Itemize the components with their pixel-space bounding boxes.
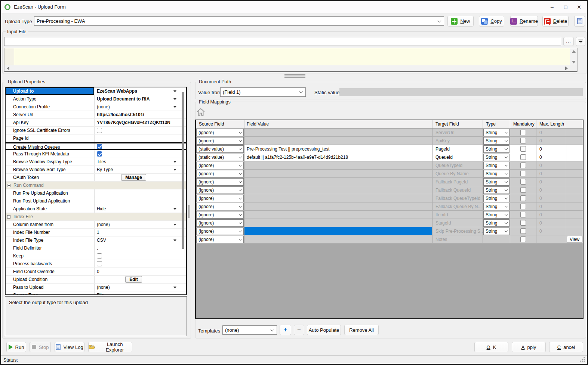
launch-explorer-button[interactable]: Launch Explorer: [88, 342, 132, 352]
mapping-row-stageid[interactable]: (ignore)StageIdString0: [196, 219, 583, 227]
source-field-select[interactable]: (ignore): [196, 129, 244, 136]
field-value-cell[interactable]: [244, 161, 432, 169]
field-value-cell[interactable]: [244, 219, 432, 227]
input-file-field[interactable]: [4, 37, 561, 46]
type-select[interactable]: String: [483, 219, 510, 227]
mapping-row-queue-by-name[interactable]: (ignore)Queue By NameString0: [196, 170, 583, 178]
mandatory-checkbox[interactable]: [520, 163, 526, 168]
mandatory-checkbox[interactable]: [520, 195, 526, 201]
field-value-cell[interactable]: Pre-Processing Test || preprocessing_tes…: [244, 145, 432, 153]
property-row-process-backwards[interactable]: Process backwards: [6, 260, 186, 268]
property-row-field-count-override[interactable]: Field Count Override0: [6, 268, 186, 276]
field-value-cell[interactable]: [244, 235, 432, 243]
property-row-oauth-token[interactable]: OAuth TokenManage: [6, 174, 186, 182]
mandatory-checkbox[interactable]: [520, 179, 526, 185]
mandatory-checkbox[interactable]: [520, 154, 526, 160]
property-row-keep[interactable]: Keep: [6, 252, 186, 260]
mandatory-checkbox[interactable]: [520, 187, 526, 193]
property-row-pass-to-upload[interactable]: Pass to Upload(none): [6, 284, 186, 291]
dropdown-arrow-icon[interactable]: [173, 208, 176, 210]
templates-select[interactable]: (none): [222, 325, 277, 335]
field-value-cell[interactable]: [244, 186, 432, 194]
source-field-select[interactable]: (ignore): [196, 211, 244, 219]
type-select[interactable]: String: [483, 178, 510, 186]
property-row-index-file-number[interactable]: Index File Number1: [6, 229, 186, 236]
scroll-up-icon[interactable]: [572, 50, 576, 53]
mapping-row-skip-pre-processing-s[interactable]: (ignore)Skip Pre-Processing S...String0: [196, 227, 583, 235]
vertical-scrollbar[interactable]: [570, 48, 577, 65]
mapping-row-pageid[interactable]: (static value)Pre-Processing Test || pre…: [196, 145, 583, 153]
mandatory-checkbox[interactable]: [520, 171, 526, 176]
apply-button[interactable]: Apply: [512, 342, 546, 352]
field-value-cell[interactable]: [244, 170, 432, 177]
dropdown-arrow-icon[interactable]: [173, 169, 176, 171]
field-value-cell[interactable]: [244, 211, 432, 219]
property-row-api-key[interactable]: Api KeyYVT867KqvQcHGvxF42TZQKtt13Nza...: [6, 119, 186, 127]
property-row-field-delimiter[interactable]: Field Delimiter,: [6, 244, 186, 252]
dropdown-arrow-icon[interactable]: [173, 161, 176, 163]
home-icon[interactable]: [196, 107, 206, 117]
source-field-select[interactable]: (ignore): [196, 195, 244, 202]
field-value-cell[interactable]: [244, 178, 432, 186]
mandatory-checkbox[interactable]: [520, 212, 526, 217]
auto-populate-button[interactable]: Auto Populate: [307, 325, 341, 335]
mapping-row-fallback-queueid[interactable]: (ignore)Fallback QueueIdString0: [196, 186, 583, 194]
type-select[interactable]: String: [483, 186, 510, 194]
property-row-pass-through-kfi-metadata[interactable]: Pass Through KFI Metadata: [6, 150, 186, 158]
type-select[interactable]: String: [483, 228, 510, 235]
field-value-cell[interactable]: [244, 137, 432, 145]
resize-grip[interactable]: [580, 356, 585, 362]
mapping-row-apikey[interactable]: (ignore)ApiKeyString0: [196, 137, 583, 145]
field-value-cell[interactable]: default || a1fa7fc2-125b-4aa0-a9e7-d14d9…: [244, 153, 432, 161]
filter-button[interactable]: [576, 37, 585, 46]
type-select[interactable]: String: [483, 195, 510, 202]
source-field-select[interactable]: (ignore): [196, 186, 244, 194]
type-select[interactable]: String: [483, 129, 510, 136]
mapping-row-queueid[interactable]: (static value)default || a1fa7fc2-125b-4…: [196, 153, 583, 161]
property-row-index-file-type[interactable]: Index File TypeCSV: [6, 236, 186, 244]
dropdown-arrow-icon[interactable]: [173, 90, 176, 92]
manage-button[interactable]: Manage: [121, 174, 146, 181]
property-row-action-type[interactable]: Action TypeUpload Document to RIA: [6, 95, 186, 103]
source-field-select[interactable]: (ignore): [196, 228, 244, 235]
type-select[interactable]: String: [483, 154, 510, 161]
property-row-server-url[interactable]: Server Urlhttps://localhost:5101/: [6, 111, 186, 119]
collapse-icon[interactable]: [7, 184, 10, 187]
new-button[interactable]: New: [447, 16, 474, 27]
source-field-select[interactable]: (static value): [196, 145, 244, 153]
type-select[interactable]: String: [483, 145, 510, 153]
property-row-upload-to[interactable]: Upload toEzeScan WebApps: [6, 87, 186, 95]
source-field-select[interactable]: (ignore): [196, 203, 244, 210]
property-row-application-state[interactable]: Application StateHide: [6, 205, 186, 213]
upload-type-select[interactable]: Pre-Processing - EWA: [34, 16, 444, 26]
mandatory-checkbox[interactable]: [520, 236, 526, 242]
browse-button[interactable]: ...: [563, 37, 574, 46]
property-row-source-type[interactable]: Source TypeFile: [6, 291, 186, 295]
edit-button[interactable]: Edit: [125, 276, 142, 283]
stop-button[interactable]: Stop: [30, 342, 51, 352]
property-row-ignore-ssl-certificate-errors[interactable]: Ignore SSL Certificate Errors: [6, 127, 186, 134]
type-select[interactable]: String: [483, 137, 510, 145]
dropdown-arrow-icon[interactable]: [173, 239, 176, 241]
property-group-run-command[interactable]: Run Command: [6, 182, 186, 189]
mapping-row-itemid[interactable]: (ignore)ItemIdString0: [196, 211, 583, 219]
dropdown-arrow-icon[interactable]: [173, 287, 176, 288]
property-row-connection-profile[interactable]: Connection Profile(none): [6, 103, 186, 111]
mapping-row-fallback-queuetypeid[interactable]: (ignore)Fallback QueueTypeIdString0: [196, 194, 583, 202]
add-mapping-button[interactable]: +: [280, 325, 291, 335]
mandatory-checkbox[interactable]: [520, 204, 526, 209]
rename-button[interactable]: I... Rename: [510, 16, 538, 27]
mandatory-checkbox[interactable]: [520, 138, 526, 143]
source-field-select[interactable]: (ignore): [196, 219, 244, 227]
input-file-list[interactable]: [4, 48, 578, 72]
mapping-row-fallback-queue-by-n[interactable]: (ignore)Fallback Queue By N...String0: [196, 202, 583, 211]
value-from-select[interactable]: (Field 1): [220, 87, 306, 97]
mandatory-checkbox[interactable]: [520, 228, 526, 234]
property-row-page-id[interactable]: Page Id: [6, 134, 186, 142]
source-field-select[interactable]: (ignore): [196, 170, 244, 177]
close-button[interactable]: ✕: [573, 2, 585, 12]
mandatory-checkbox[interactable]: [520, 130, 526, 135]
field-value-cell[interactable]: [244, 202, 432, 210]
view-button[interactable]: View: [567, 236, 582, 243]
remove-mapping-button[interactable]: −: [294, 325, 304, 335]
